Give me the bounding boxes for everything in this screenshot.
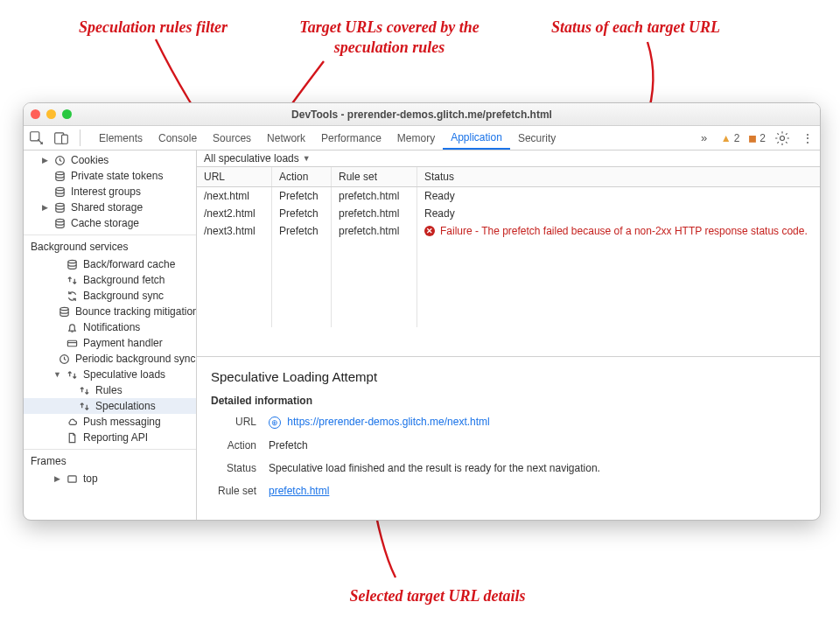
table-body: /next.htmlPrefetchprefetch.htmlReady/nex… [197, 187, 820, 357]
col-action[interactable]: Action [272, 167, 332, 186]
svg-point-10 [60, 307, 68, 310]
card-icon [66, 337, 78, 349]
detail-title: Speculative Loading Attempt [211, 369, 806, 384]
sidebar-item-private-state-tokens[interactable]: Private state tokens [24, 168, 196, 184]
detail-url-value[interactable]: https://prerender-demos.glitch.me/next.h… [287, 416, 489, 428]
svg-point-3 [780, 136, 785, 140]
svg-point-8 [55, 219, 63, 221]
svg-point-6 [55, 187, 63, 190]
ud-icon [66, 368, 78, 381]
db-icon [53, 201, 66, 214]
ud-icon [66, 274, 78, 286]
svg-point-9 [67, 260, 75, 262]
col-status[interactable]: Status [417, 167, 820, 186]
tab-console[interactable]: Console [150, 126, 205, 150]
db-icon [66, 258, 78, 270]
close-icon[interactable] [31, 109, 40, 119]
clock-icon [53, 154, 66, 166]
sidebar-item-background-sync[interactable]: Background sync [24, 288, 196, 304]
chevron-down-icon[interactable]: ▼ [303, 154, 311, 163]
devtools-window: DevTools - prerender-demos.glitch.me/pre… [23, 102, 821, 521]
sidebar-item-periodic-background-sync[interactable]: Periodic background sync [24, 351, 196, 367]
tabs-row: ElementsConsoleSourcesNetworkPerformance… [91, 126, 688, 150]
minimize-icon[interactable] [46, 109, 56, 119]
table-row[interactable]: /next2.htmlPrefetchprefetch.htmlReady [197, 205, 820, 222]
warnings-flag[interactable]: ◼2 [748, 132, 766, 144]
detail-status-label: Status [211, 462, 256, 474]
annotation-targets: Target URLs covered by the speculation r… [289, 18, 490, 57]
tab-memory[interactable]: Memory [389, 126, 443, 150]
annotation-filter: Speculation rules filter [79, 18, 280, 38]
db-icon [59, 305, 70, 318]
db-icon [53, 217, 66, 229]
speculative-filter[interactable]: All speculative loads [204, 152, 299, 164]
sidebar-item-top[interactable]: ▶top [24, 471, 196, 486]
window-title: DevTools - prerender-demos.glitch.me/pre… [24, 108, 820, 121]
bell-icon [66, 321, 78, 333]
panel-tabs: ElementsConsoleSourcesNetworkPerformance… [24, 126, 820, 150]
page-icon [66, 431, 78, 444]
device-icon[interactable] [53, 126, 69, 150]
table-header: URL Action Rule set Status [197, 167, 820, 187]
sidebar-item-reporting-api[interactable]: Reporting API [24, 430, 196, 445]
sidebar-item-bounce-tracking-mitigations[interactable]: Bounce tracking mitigations [24, 304, 196, 319]
svg-point-7 [55, 203, 63, 206]
detail-subtitle: Detailed information [211, 395, 806, 407]
sidebar-item-shared-storage[interactable]: ▶Shared storage [24, 200, 196, 215]
inspect-icon[interactable] [29, 126, 45, 150]
annotation-details: Selected target URL details [324, 586, 551, 606]
svg-point-5 [55, 172, 63, 174]
tab-network[interactable]: Network [259, 126, 313, 150]
col-url[interactable]: URL [197, 167, 272, 186]
sidebar-item-background-fetch[interactable]: Background fetch [24, 272, 196, 288]
detail-ruleset-label: Rule set [211, 485, 256, 497]
sidebar-item-rules[interactable]: Rules [24, 382, 196, 398]
annotation-status: Status of each target URL [551, 18, 779, 38]
zoom-icon[interactable] [62, 109, 72, 119]
tab-elements[interactable]: Elements [91, 126, 150, 150]
detail-url-label: URL [211, 416, 256, 429]
error-icon: ✕ [424, 226, 435, 236]
svg-rect-2 [62, 135, 68, 144]
more-tabs-icon[interactable]: » [696, 126, 712, 150]
frame-icon [66, 472, 78, 485]
sidebar-item-speculative-loads[interactable]: ▼Speculative loads [24, 367, 196, 382]
detail-action-label: Action [211, 439, 256, 452]
filter-row: All speculative loads ▼ [197, 150, 820, 167]
sidebar-item-cache-storage[interactable]: Cache storage [24, 215, 196, 231]
table-row[interactable]: /next3.htmlPrefetchprefetch.html✕Failure… [197, 222, 820, 240]
main-content: All speculative loads ▼ URL Action Rule … [197, 150, 820, 520]
sidebar-item-speculations[interactable]: Speculations [24, 398, 196, 414]
sidebar-item-notifications[interactable]: Notifications [24, 319, 196, 335]
col-rule[interactable]: Rule set [332, 167, 417, 186]
traffic-lights [31, 109, 72, 119]
sidebar-item-cookies[interactable]: ▶Cookies [24, 152, 196, 168]
ud-icon [78, 400, 90, 412]
ud-icon [78, 384, 90, 396]
db-icon [53, 170, 66, 182]
settings-icon[interactable] [774, 130, 790, 146]
sync-icon [66, 290, 78, 302]
sidebar-item-push-messaging[interactable]: Push messaging [24, 414, 196, 430]
tab-application[interactable]: Application [443, 126, 510, 150]
sidebar-group-background: Background services [24, 234, 196, 256]
sidebar-item-back-forward-cache[interactable]: Back/forward cache [24, 256, 196, 272]
clock-icon [59, 353, 70, 365]
application-sidebar: ▶CookiesPrivate state tokensInterest gro… [24, 150, 197, 520]
sidebar-item-interest-groups[interactable]: Interest groups [24, 184, 196, 200]
sidebar-item-payment-handler[interactable]: Payment handler [24, 335, 196, 351]
detail-pane: Speculative Loading Attempt Detailed inf… [197, 357, 820, 520]
tab-performance[interactable]: Performance [313, 126, 389, 150]
svg-rect-11 [67, 340, 76, 346]
detail-ruleset-value[interactable]: prefetch.html [269, 485, 329, 497]
kebab-icon[interactable]: ⋮ [799, 131, 815, 145]
detail-action-value: Prefetch [269, 439, 806, 452]
detail-status-value: Speculative load finished and the result… [269, 462, 806, 474]
tab-sources[interactable]: Sources [205, 126, 259, 150]
cloud-icon [66, 416, 78, 428]
table-row[interactable]: /next.htmlPrefetchprefetch.htmlReady [197, 187, 820, 205]
db-icon [53, 186, 66, 198]
warnings-triangle[interactable]: ▲2 [721, 132, 740, 144]
tab-security[interactable]: Security [510, 126, 564, 150]
svg-rect-13 [67, 475, 75, 481]
